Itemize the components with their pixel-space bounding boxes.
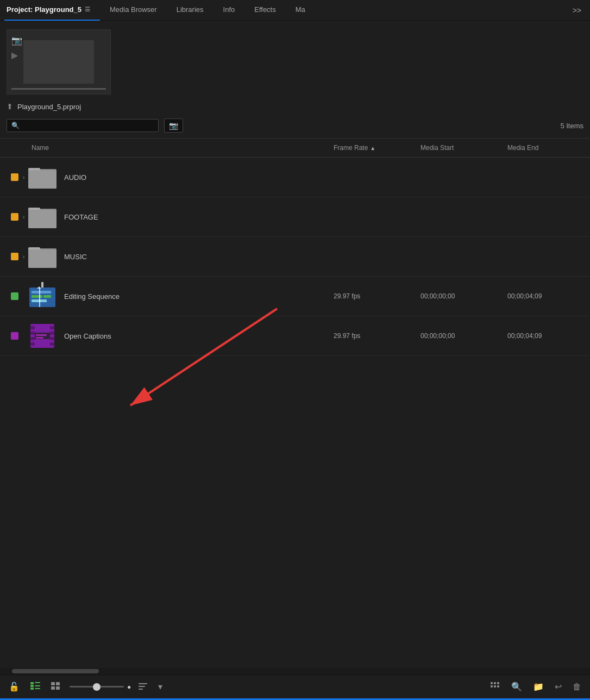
row-color-cell-music: › — [0, 253, 27, 260]
search-bar: 🔍 📷 5 Items — [0, 116, 590, 138]
svg-rect-21 — [30, 342, 35, 346]
color-swatch-captions — [11, 332, 18, 340]
svg-rect-38 — [56, 682, 60, 685]
horizontal-scrollbar[interactable] — [0, 668, 590, 674]
camera-icon: 📷 — [11, 35, 22, 46]
svg-rect-48 — [494, 685, 496, 688]
row-mediastart-editing: 00;00;00;00 — [416, 288, 503, 304]
svg-rect-35 — [30, 688, 34, 690]
th-mediaend[interactable]: Media End — [503, 139, 590, 157]
svg-rect-5 — [28, 210, 57, 228]
sort-arrow-framerate: ▲ — [370, 145, 375, 151]
tab-effects-label: Effects — [254, 5, 276, 14]
row-framerate-editing: 29.97 fps — [329, 288, 416, 304]
row-framerate-captions: 29.97 fps — [329, 328, 416, 344]
expand-audio[interactable]: › — [23, 174, 24, 180]
svg-rect-49 — [497, 685, 499, 688]
row-mediastart-captions: 00;00;00;00 — [416, 328, 503, 344]
project-table: Name Frame Rate ▲ Media Start Media End — [0, 138, 590, 674]
search-input-wrap[interactable]: 🔍 — [7, 119, 159, 132]
search-toolbar-icon: 🔍 — [511, 682, 522, 692]
return-to-project-button[interactable]: ↩ — [551, 679, 565, 694]
row-name-editing: Editing Sequence — [27, 277, 329, 316]
color-swatch-footage — [11, 213, 18, 221]
table-row[interactable]: › MUSIC — [0, 237, 590, 277]
project-panel: 📷 ▶ ⬆ Playground_5.prproj 🔍 📷 5 Items — [0, 21, 590, 700]
tab-overflow[interactable]: >> — [568, 6, 586, 15]
row-color-cell-captions — [0, 332, 27, 340]
tab-ma[interactable]: Ma — [286, 0, 315, 21]
search-toolbar-button[interactable]: 🔍 — [508, 679, 525, 694]
lock-icon: 🔓 — [9, 682, 20, 692]
svg-rect-12 — [32, 295, 42, 298]
row-framerate-footage — [329, 212, 416, 221]
svg-rect-40 — [56, 686, 60, 690]
camera-search-icon: 📷 — [169, 121, 178, 130]
table-row-open-captions[interactable]: Open Captions 29.97 fps 00;00;00;00 00;0… — [0, 316, 590, 356]
row-mediastart-audio — [416, 173, 503, 182]
th-name[interactable]: Name — [27, 139, 329, 157]
trash-icon: 🗑 — [573, 682, 581, 692]
tab-project-menu-icon[interactable]: ☰ — [85, 6, 90, 13]
folder-up-icon: ⬆ — [7, 102, 13, 111]
list-view-button[interactable] — [27, 680, 43, 694]
svg-rect-8 — [28, 249, 57, 268]
table-row[interactable]: › FOOTAGE — [0, 197, 590, 237]
search-camera-button[interactable]: 📷 — [164, 118, 183, 133]
row-name-music: MUSIC — [27, 237, 329, 276]
scrollbar-thumb[interactable] — [12, 669, 99, 673]
svg-rect-37 — [51, 682, 55, 685]
empty-area — [0, 356, 590, 497]
table-row[interactable]: › AUDIO — [0, 158, 590, 197]
panel-relative: 📷 ▶ ⬆ Playground_5.prproj 🔍 📷 5 Items — [0, 21, 590, 674]
row-mediaend-audio — [503, 173, 590, 182]
expand-music[interactable]: › — [23, 254, 24, 260]
play-icon: ▶ — [11, 50, 22, 60]
tab-info[interactable]: Info — [214, 0, 245, 21]
preview-thumbnail: 📷 ▶ — [7, 29, 111, 95]
row-label-footage: FOOTAGE — [64, 213, 98, 221]
captions-icon — [27, 321, 58, 351]
search-icon: 🔍 — [11, 122, 20, 129]
table-row-editing-sequence[interactable]: Editing Sequence 29.97 fps 00;00;00;00 0… — [0, 277, 590, 316]
svg-rect-36 — [35, 688, 40, 689]
th-mediastart[interactable]: Media Start — [416, 139, 503, 157]
folder-icon-footage — [27, 202, 58, 232]
folder-icon-audio — [27, 162, 58, 192]
preview-area: 📷 ▶ — [0, 21, 590, 99]
dropdown-button[interactable]: ▾ — [155, 679, 166, 694]
tab-effects[interactable]: Effects — [244, 0, 286, 21]
tab-libraries[interactable]: Libraries — [167, 0, 214, 21]
expand-footage[interactable]: › — [23, 214, 24, 220]
sequence-icon — [27, 281, 58, 311]
row-name-audio: AUDIO — [27, 158, 329, 197]
scrub-bar[interactable] — [11, 88, 106, 90]
row-framerate-audio — [329, 173, 416, 182]
tab-project-label: Project: Playground_5 — [7, 5, 81, 14]
lock-button[interactable]: 🔓 — [5, 679, 23, 694]
zoom-slider[interactable] — [70, 686, 124, 688]
th-framerate[interactable]: Frame Rate ▲ — [329, 139, 416, 157]
sort-menu-button[interactable] — [135, 680, 150, 694]
new-folder-button[interactable]: 📁 — [530, 679, 547, 694]
delete-button[interactable]: 🗑 — [569, 680, 585, 694]
icon-view-button[interactable] — [48, 680, 63, 694]
tab-media-browser-label: Media Browser — [110, 5, 157, 14]
zoom-circle-icon: ● — [127, 683, 131, 691]
svg-rect-24 — [50, 337, 54, 340]
svg-rect-2 — [28, 170, 57, 189]
table-header: Name Frame Rate ▲ Media Start Media End — [0, 139, 590, 158]
svg-rect-11 — [32, 291, 51, 293]
icon-grid-button[interactable] — [487, 680, 504, 694]
search-input[interactable] — [23, 122, 154, 129]
tab-project[interactable]: Project: Playground_5 ☰ — [4, 0, 100, 21]
color-swatch-editing — [11, 292, 18, 300]
row-name-footage: FOOTAGE — [27, 197, 329, 236]
list-view-icon — [30, 682, 40, 692]
svg-rect-34 — [35, 685, 40, 686]
svg-rect-42 — [139, 686, 145, 687]
tab-media-browser[interactable]: Media Browser — [100, 0, 167, 21]
return-icon: ↩ — [555, 682, 562, 692]
svg-rect-18 — [30, 326, 35, 329]
sort-icon — [139, 682, 147, 692]
